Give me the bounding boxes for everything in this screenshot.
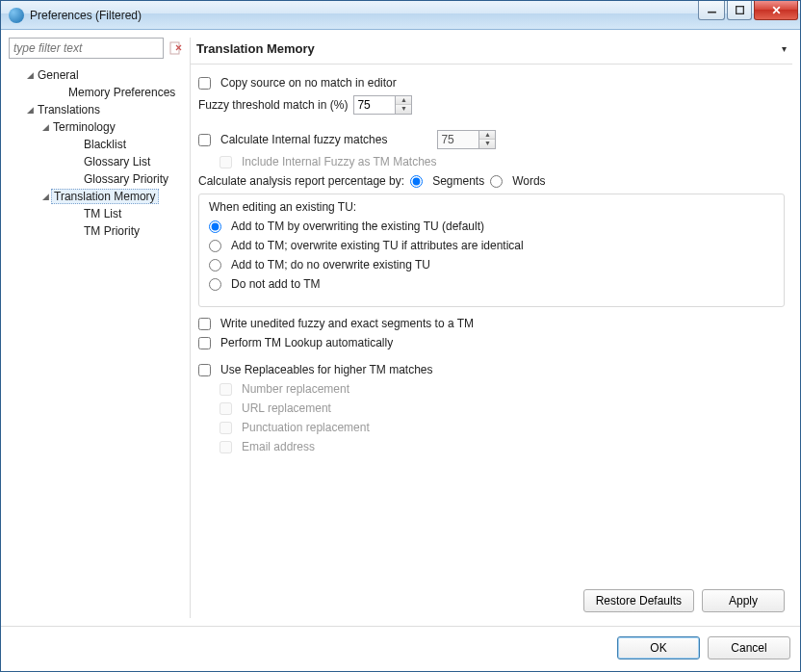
tree-glossary-list[interactable]: Glossary List: [9, 153, 182, 170]
dialog-buttons: OK Cancel: [1, 626, 800, 671]
close-button[interactable]: [754, 1, 798, 20]
calc-analysis-label: Calculate analysis report percentage by:: [198, 174, 404, 188]
write-unedited-checkbox[interactable]: [198, 318, 211, 330]
section-title: Translation Memory: [196, 41, 782, 56]
right-pane: Translation Memory ▾ Copy source on no m…: [190, 38, 792, 618]
tree-translations[interactable]: ◢Translations: [9, 101, 182, 118]
tree-general[interactable]: ◢General: [9, 66, 182, 84]
url-repl-checkbox: [220, 402, 232, 415]
words-radio[interactable]: [490, 175, 503, 188]
copy-source-checkbox[interactable]: [198, 77, 211, 90]
spin-down-icon[interactable]: ▼: [396, 105, 411, 114]
editing-tu-label: When editing an existing TU:: [209, 200, 356, 214]
clear-filter-icon[interactable]: [169, 40, 183, 56]
window-buttons: [698, 1, 800, 20]
filter-input[interactable]: [9, 38, 164, 59]
section-header: Translation Memory ▾: [191, 38, 792, 65]
write-unedited-label: Write unedited fuzzy and exact segments …: [220, 317, 474, 330]
calc-internal-checkbox[interactable]: [198, 134, 211, 146]
tree-translation-memory[interactable]: ◢Translation Memory: [9, 188, 182, 205]
perform-lookup-label: Perform TM Lookup automatically: [220, 336, 393, 349]
use-replaceables-checkbox[interactable]: [198, 364, 211, 376]
number-repl-label: Number replacement: [242, 382, 349, 396]
email-repl-checkbox: [220, 441, 232, 453]
url-repl-label: URL replacement: [242, 401, 331, 415]
settings-content: Copy source on no match in editor Fuzzy …: [191, 65, 792, 583]
minimize-button[interactable]: [698, 1, 725, 20]
tu-overwrite-radio[interactable]: [209, 220, 221, 233]
fuzzy-threshold-spinner[interactable]: ▲▼: [353, 95, 412, 115]
apply-button[interactable]: Apply: [702, 589, 785, 612]
perform-lookup-checkbox[interactable]: [198, 337, 211, 349]
punct-repl-label: Punctuation replacement: [242, 421, 370, 434]
segments-label: Segments: [432, 174, 484, 188]
number-repl-checkbox: [220, 383, 232, 396]
preferences-window: Preferences (Filtered) ◢General Memory P…: [0, 0, 801, 672]
calc-internal-spinner: ▲▼: [437, 130, 496, 149]
tu-overwrite-identical-label: Add to TM; overwrite existing TU if attr…: [231, 239, 524, 252]
spin-down-icon: ▼: [479, 140, 495, 148]
titlebar: Preferences (Filtered): [1, 1, 800, 30]
svg-rect-1: [736, 6, 743, 13]
cancel-button[interactable]: Cancel: [708, 636, 790, 659]
include-internal-label: Include Internal Fuzzy as TM Matches: [242, 155, 437, 168]
tree-memory-preferences[interactable]: Memory Preferences: [9, 84, 182, 101]
editing-tu-group: When editing an existing TU: Add to TM b…: [198, 194, 785, 307]
copy-source-label: Copy source on no match in editor: [220, 76, 397, 90]
tree-tm-priority[interactable]: TM Priority: [9, 222, 182, 240]
tree-blacklist[interactable]: Blacklist: [9, 136, 182, 153]
section-menu-icon[interactable]: ▾: [782, 43, 787, 54]
maximize-button[interactable]: [727, 1, 752, 20]
tree-terminology[interactable]: ◢Terminology: [9, 118, 182, 136]
use-replaceables-label: Use Replaceables for higher TM matches: [220, 363, 433, 376]
restore-defaults-button[interactable]: Restore Defaults: [583, 589, 694, 612]
left-pane: ◢General Memory Preferences ◢Translation…: [9, 38, 182, 618]
tree-glossary-priority[interactable]: Glossary Priority: [9, 170, 182, 188]
spin-up-icon: ▲: [479, 131, 495, 140]
segments-radio[interactable]: [410, 175, 423, 188]
tu-no-overwrite-radio[interactable]: [209, 259, 221, 271]
tu-do-not-add-label: Do not add to TM: [231, 277, 321, 291]
window-title: Preferences (Filtered): [30, 9, 698, 22]
words-label: Words: [512, 174, 545, 188]
punct-repl-checkbox: [220, 422, 232, 434]
tu-overwrite-label: Add to TM by overwriting the existing TU…: [231, 220, 484, 233]
tree-tm-list[interactable]: TM List: [9, 205, 182, 222]
calc-internal-input: [437, 130, 479, 149]
tu-do-not-add-radio[interactable]: [209, 278, 221, 291]
ok-button[interactable]: OK: [617, 636, 700, 659]
fuzzy-threshold-input[interactable]: [353, 95, 396, 115]
app-icon: [9, 8, 24, 23]
tu-no-overwrite-label: Add to TM; do no overwrite existing TU: [231, 258, 430, 271]
tu-overwrite-identical-radio[interactable]: [209, 240, 221, 252]
fuzzy-threshold-label: Fuzzy threshold match in (%): [198, 98, 348, 112]
preferences-tree: ◢General Memory Preferences ◢Translation…: [9, 65, 182, 618]
calc-internal-label: Calculate Internal fuzzy matches: [220, 133, 387, 146]
spin-up-icon[interactable]: ▲: [396, 96, 411, 105]
include-internal-checkbox: [220, 156, 232, 168]
page-buttons: Restore Defaults Apply: [191, 583, 792, 618]
email-repl-label: Email address: [242, 440, 315, 453]
